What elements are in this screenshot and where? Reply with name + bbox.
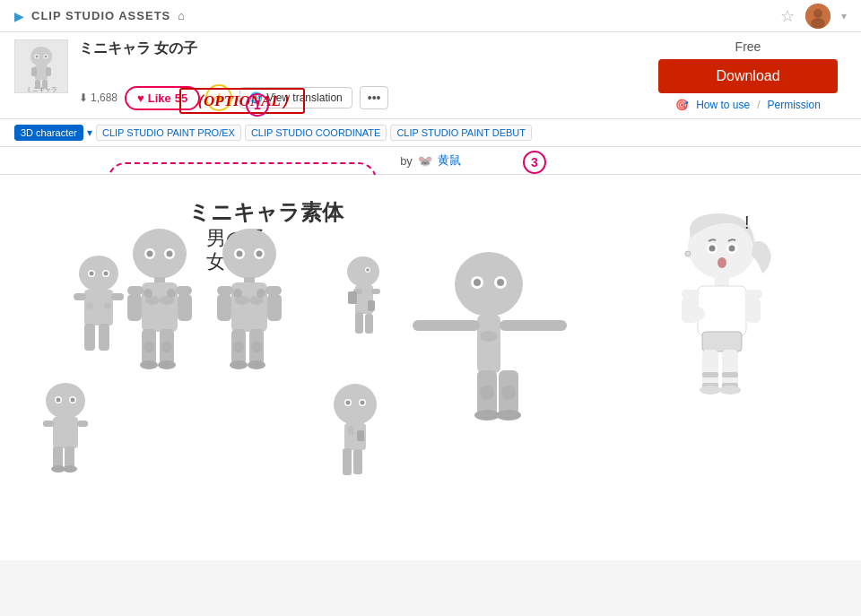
svg-rect-35 [111,293,124,300]
asset-stats: ⬇ 1,688 ♥ Like 55 ★ 🌐 View translation [79,84,639,111]
author-row: by 🐭 黄鼠 [0,147,861,175]
svg-point-133 [729,246,735,252]
svg-point-143 [687,307,705,321]
svg-text:ミニキャラ素体: ミニキャラ素体 [188,200,344,224]
nav-logo[interactable]: CLIP STUDIO ASSETS [31,9,170,22]
download-count-value: 1,688 [91,91,117,104]
tag-clip-studio-debut[interactable]: CLIP STUDIO PAINT DEBUT [390,125,532,141]
asset-thumbnail: ミニキャラ [14,39,68,93]
tag-clip-studio-pro[interactable]: CLIP STUDIO PAINT PRO/EX [96,125,241,141]
svg-text:ミニキャラ: ミニキャラ [26,86,57,92]
svg-point-96 [71,398,75,403]
svg-point-40 [133,229,187,279]
svg-point-131 [709,246,716,252]
like-count: 55 [175,91,187,105]
svg-point-116 [474,279,481,286]
asset-header-section: ミニキャラ ミニキャラ 女の子 ⬇ 1,688 ♥ Like 55 ★ [0,32,861,175]
svg-rect-146 [702,372,718,377]
svg-rect-37 [99,324,109,351]
svg-point-60 [158,360,176,369]
tag-3d-character[interactable]: 3D character [14,125,83,141]
svg-point-126 [496,410,521,421]
asset-info: ミニキャラ 女の子 ⬇ 1,688 ♥ Like 55 ★ [79,39,639,111]
svg-rect-10 [31,67,37,76]
svg-rect-53 [176,286,192,295]
svg-rect-34 [74,293,86,300]
svg-rect-142 [746,298,761,323]
svg-point-28 [79,256,118,291]
tags-row: 3D character ▾ CLIP STUDIO PAINT PRO/EX … [0,119,861,147]
favorite-button[interactable]: ★ [205,84,232,111]
svg-point-1 [813,9,822,18]
like-button[interactable]: ♥ Like 55 [125,86,200,110]
tag-clip-studio-coordinate[interactable]: CLIP STUDIO COORDINATE [245,125,387,141]
asset-header: ミニキャラ ミニキャラ 女の子 ⬇ 1,688 ♥ Like 55 ★ [0,32,861,119]
asset-title: ミニキャラ 女の子 [79,39,639,58]
download-links: 🎯 How to use / Permission [675,99,821,111]
permission-link[interactable]: Permission [768,99,821,111]
nav-right-area: ☆ ▾ [780,4,847,29]
svg-rect-138 [702,332,742,351]
how-to-use-link[interactable]: How to use [696,99,750,111]
by-label: by [400,154,413,168]
svg-rect-74 [265,286,282,295]
svg-point-125 [474,410,500,421]
svg-rect-11 [46,67,51,76]
svg-point-106 [346,401,351,405]
svg-rect-119 [477,315,500,373]
nav-dropdown-chevron[interactable]: ▾ [841,10,847,22]
svg-rect-147 [722,372,738,377]
svg-point-65 [257,251,263,257]
svg-point-59 [140,360,158,369]
slash-separator: / [757,99,760,111]
view-translation-button[interactable]: 🌐 View translation [239,87,352,108]
nav-home-icon: ⌂ [178,9,185,22]
svg-point-61 [222,229,276,279]
svg-point-152 [685,251,691,256]
more-options-button[interactable]: ••• [360,86,389,109]
svg-point-57 [144,342,154,352]
globe-icon: 🌐 [249,91,263,104]
svg-text:!: ! [744,213,750,232]
svg-point-120 [480,331,498,342]
svg-rect-121 [413,320,480,331]
svg-point-44 [167,251,173,257]
preview-area: ミニキャラ素体 男の子 女の子 [0,175,861,542]
svg-rect-36 [84,324,95,351]
svg-point-39 [104,302,111,309]
svg-point-79 [251,342,262,352]
svg-rect-98 [43,421,54,427]
svg-rect-112 [348,426,353,435]
svg-rect-139 [682,290,700,299]
svg-point-50 [167,289,176,298]
top-navigation: ▶ CLIP STUDIO ASSETS ⌂ ☆ ▾ [0,0,861,32]
svg-point-7 [36,56,39,58]
bookmark-star-icon[interactable]: ☆ [780,6,795,26]
free-label: Free [735,39,761,54]
svg-point-82 [347,256,379,287]
svg-point-38 [86,302,93,309]
user-avatar[interactable] [805,4,831,29]
svg-point-58 [161,342,172,352]
preview-svg: ミニキャラ素体 男の子 女の子 [18,184,843,534]
csa-icon: ▶ [14,9,24,23]
svg-rect-89 [365,314,373,334]
svg-point-49 [144,289,152,298]
svg-point-127 [480,386,494,400]
svg-point-70 [233,289,242,298]
svg-point-4 [30,47,52,66]
download-count: ⬇ 1,688 [79,91,117,104]
author-name[interactable]: 黄鼠 [438,152,461,169]
main-content: 100% FREE! THANKS, 黄鼠! ミニキャラ素体 男の子 女の子 [0,175,861,560]
svg-point-92 [46,383,85,419]
svg-point-84 [366,268,370,272]
svg-rect-122 [500,320,567,331]
svg-point-80 [230,360,248,369]
svg-rect-73 [217,294,231,321]
svg-point-151 [719,386,741,395]
author-icon: 🐭 [418,154,432,168]
view-translation-label: View translation [266,91,343,104]
download-button[interactable]: Download [658,59,838,93]
svg-rect-75 [267,294,282,321]
svg-rect-87 [371,289,380,294]
